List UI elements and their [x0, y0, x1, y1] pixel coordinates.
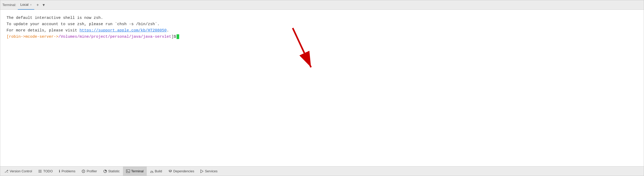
svg-rect-4: [38, 172, 42, 173]
terminal-tab-bar: Terminal: Local × + ▾: [0, 0, 644, 10]
terminal-line-3: For more details, please visit https://s…: [7, 28, 637, 34]
todo-icon: [38, 169, 42, 173]
apple-support-link[interactable]: https://support.apple.com/kb/HT208050: [80, 28, 167, 33]
toolbar-problems[interactable]: ℹ Problems: [56, 167, 78, 176]
svg-marker-13: [201, 170, 203, 173]
profiler-icon: [82, 169, 85, 173]
close-tab-button[interactable]: ×: [30, 3, 32, 6]
toolbar-todo[interactable]: TODO: [35, 167, 56, 176]
build-icon: [150, 169, 154, 173]
toolbar-build[interactable]: Build: [147, 167, 165, 176]
todo-label: TODO: [43, 169, 53, 173]
version-control-label: Version Control: [10, 169, 32, 173]
terminal-icon: [126, 169, 130, 173]
terminal-content[interactable]: The default interactive shell is now zsh…: [0, 10, 644, 166]
terminal-line-1: The default interactive shell is now zsh…: [7, 15, 637, 21]
tab-dropdown-button[interactable]: ▾: [41, 0, 46, 10]
version-control-icon: ⎇: [4, 169, 8, 173]
services-icon: [200, 169, 204, 173]
dependencies-label: Dependencies: [173, 169, 194, 173]
terminal-prompt-line: [robin->mcode-server->/Volumes/mine/proj…: [7, 34, 637, 40]
terminal-toolbar-label: Terminal: [131, 169, 144, 173]
add-tab-button[interactable]: +: [35, 0, 40, 10]
svg-point-6: [83, 171, 84, 172]
svg-point-11: [169, 170, 172, 171]
terminal-label: Terminal:: [2, 3, 16, 7]
build-label: Build: [155, 169, 162, 173]
prompt-symbol: ]$: [171, 35, 176, 39]
statistic-icon: [103, 169, 107, 173]
toolbar-dependencies[interactable]: Dependencies: [165, 167, 197, 176]
prompt-user: [robin->mcode-server->: [7, 35, 58, 39]
main-panel: Terminal: Local × + ▾ The default intera…: [0, 0, 644, 176]
toolbar-version-control[interactable]: ⎇ Version Control: [1, 167, 35, 176]
toolbar-statistic[interactable]: Statistic: [100, 167, 123, 176]
toolbar-services[interactable]: Services: [197, 167, 221, 176]
local-tab[interactable]: Local ×: [18, 0, 35, 10]
dependencies-icon: [168, 169, 172, 173]
svg-rect-9: [126, 170, 130, 173]
terminal-cursor: [177, 34, 179, 39]
problems-label: Problems: [61, 169, 75, 173]
services-label: Services: [205, 169, 217, 173]
toolbar-profiler[interactable]: Profiler: [78, 167, 100, 176]
profiler-label: Profiler: [87, 169, 97, 173]
terminal-line-2: To update your account to use zsh, pleas…: [7, 21, 637, 28]
svg-rect-3: [38, 171, 42, 172]
bottom-toolbar: ⎇ Version Control TODO ℹ Problems: [0, 166, 644, 176]
problems-icon: ℹ: [59, 169, 60, 173]
statistic-label: Statistic: [108, 169, 120, 173]
local-tab-label: Local: [20, 3, 29, 7]
svg-rect-2: [38, 170, 42, 170]
prompt-path: /Volumes/mine/project/personal/java/java…: [58, 35, 171, 39]
toolbar-terminal[interactable]: Terminal: [123, 167, 147, 176]
